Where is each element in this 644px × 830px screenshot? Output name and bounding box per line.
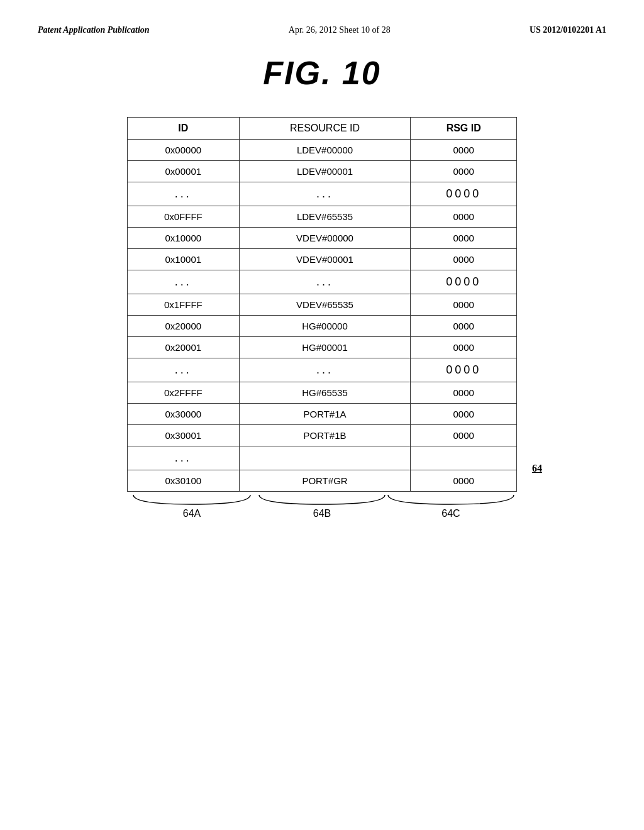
table-wrapper: ID RESOURCE ID RSG ID 0x00000LDEV#000000… bbox=[127, 117, 517, 492]
table-row: ... bbox=[128, 446, 517, 470]
table-row: 0x30001PORT#1B0000 bbox=[128, 425, 517, 446]
label-64: 64 bbox=[532, 463, 542, 474]
cell-resource: VDEV#00001 bbox=[239, 249, 411, 270]
table-row: 0x30100PORT#GR0000 bbox=[128, 470, 517, 492]
svg-text:64A: 64A bbox=[183, 508, 201, 519]
cell-rsg: 0000 bbox=[411, 182, 517, 206]
resource-table: ID RESOURCE ID RSG ID 0x00000LDEV#000000… bbox=[127, 117, 517, 492]
sheet-info: Apr. 26, 2012 Sheet 10 of 28 bbox=[289, 25, 391, 35]
table-row: 0x10001VDEV#000010000 bbox=[128, 249, 517, 270]
col-header-rsg-id: RSG ID bbox=[411, 118, 517, 140]
cell-id: 0x30001 bbox=[128, 425, 240, 446]
cell-resource: HG#00000 bbox=[239, 316, 411, 337]
cell-id: 0x00001 bbox=[128, 161, 240, 182]
table-row: 0x20001HG#000010000 bbox=[128, 337, 517, 358]
cell-resource: HG#65535 bbox=[239, 382, 411, 404]
table-body: 0x00000LDEV#0000000000x00001LDEV#0000100… bbox=[128, 140, 517, 492]
table-row: 0x30000PORT#1A0000 bbox=[128, 404, 517, 425]
header-row: ID RESOURCE ID RSG ID bbox=[128, 118, 517, 140]
table-header: ID RESOURCE ID RSG ID bbox=[128, 118, 517, 140]
cell-rsg: 0000 bbox=[411, 161, 517, 182]
cell-resource: LDEV#00000 bbox=[239, 140, 411, 161]
table-row: 0x0FFFFLDEV#655350000 bbox=[128, 206, 517, 228]
column-brackets-svg: 64A 64B 64C bbox=[127, 492, 517, 520]
cell-rsg: 0000 bbox=[411, 294, 517, 316]
table-row: 0x00000LDEV#000000000 bbox=[128, 140, 517, 161]
col-header-id: ID bbox=[128, 118, 240, 140]
cell-id: 0x10001 bbox=[128, 249, 240, 270]
cell-rsg: 0000 bbox=[411, 358, 517, 382]
col-header-resource-id: RESOURCE ID bbox=[239, 118, 411, 140]
cell-id: 0x2FFFF bbox=[128, 382, 240, 404]
cell-resource bbox=[239, 446, 411, 470]
cell-rsg: 0000 bbox=[411, 206, 517, 228]
cell-resource: VDEV#00000 bbox=[239, 228, 411, 249]
table-row: 0x10000VDEV#000000000 bbox=[128, 228, 517, 249]
page-header: Patent Application Publication Apr. 26, … bbox=[38, 25, 606, 35]
table-row: ......0000 bbox=[128, 270, 517, 294]
cell-rsg: 0000 bbox=[411, 404, 517, 425]
cell-resource: LDEV#00001 bbox=[239, 161, 411, 182]
table-row: 0x00001LDEV#000010000 bbox=[128, 161, 517, 182]
cell-id: 0x1FFFF bbox=[128, 294, 240, 316]
svg-text:64B: 64B bbox=[313, 508, 331, 519]
cell-id: ... bbox=[128, 270, 240, 294]
cell-id: 0x20001 bbox=[128, 337, 240, 358]
cell-rsg: 0000 bbox=[411, 140, 517, 161]
cell-resource: VDEV#65535 bbox=[239, 294, 411, 316]
table-row: 0x2FFFFHG#655350000 bbox=[128, 382, 517, 404]
table-container: ID RESOURCE ID RSG ID 0x00000LDEV#000000… bbox=[127, 117, 517, 520]
cell-resource: HG#00001 bbox=[239, 337, 411, 358]
cell-id: ... bbox=[128, 446, 240, 470]
cell-id: ... bbox=[128, 182, 240, 206]
cell-rsg: 0000 bbox=[411, 425, 517, 446]
cell-rsg: 0000 bbox=[411, 249, 517, 270]
cell-resource: ... bbox=[239, 270, 411, 294]
cell-id: 0x00000 bbox=[128, 140, 240, 161]
table-row: ......0000 bbox=[128, 358, 517, 382]
publication-label: Patent Application Publication bbox=[38, 25, 150, 35]
cell-resource: ... bbox=[239, 358, 411, 382]
cell-id: 0x30000 bbox=[128, 404, 240, 425]
cell-resource: PORT#1B bbox=[239, 425, 411, 446]
cell-resource: ... bbox=[239, 182, 411, 206]
cell-resource: LDEV#65535 bbox=[239, 206, 411, 228]
cell-id: 0x0FFFF bbox=[128, 206, 240, 228]
cell-rsg: 0000 bbox=[411, 316, 517, 337]
cell-id: 0x10000 bbox=[128, 228, 240, 249]
cell-id: ... bbox=[128, 358, 240, 382]
cell-rsg: 0000 bbox=[411, 337, 517, 358]
cell-rsg: 0000 bbox=[411, 470, 517, 492]
cell-rsg: 0000 bbox=[411, 382, 517, 404]
cell-id: 0x30100 bbox=[128, 470, 240, 492]
cell-rsg: 0000 bbox=[411, 228, 517, 249]
table-row: 0x1FFFFVDEV#655350000 bbox=[128, 294, 517, 316]
cell-rsg: 0000 bbox=[411, 270, 517, 294]
table-row: ......0000 bbox=[128, 182, 517, 206]
svg-text:64C: 64C bbox=[441, 508, 460, 519]
cell-resource: PORT#GR bbox=[239, 470, 411, 492]
figure-title: FIG. 10 bbox=[38, 54, 606, 92]
table-row: 0x20000HG#000000000 bbox=[128, 316, 517, 337]
cell-resource: PORT#1A bbox=[239, 404, 411, 425]
patent-number: US 2012/0102201 A1 bbox=[530, 25, 606, 35]
cell-id: 0x20000 bbox=[128, 316, 240, 337]
cell-rsg bbox=[411, 446, 517, 470]
